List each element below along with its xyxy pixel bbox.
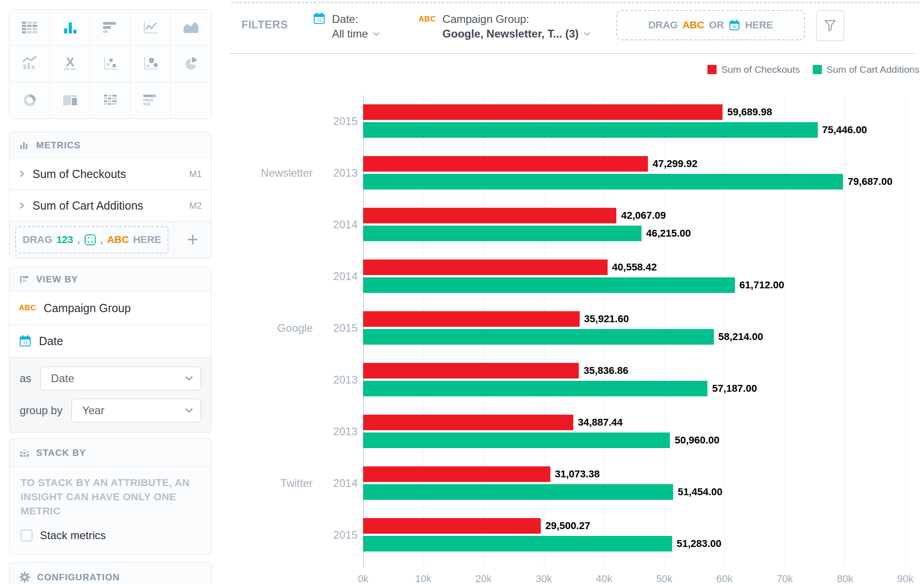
bar-cart-additions[interactable] — [363, 174, 843, 189]
metrics-icon — [19, 140, 30, 151]
bar-value-label: 75,446.00 — [822, 122, 867, 138]
column-chart-icon — [60, 18, 80, 37]
chevron-down-icon — [373, 32, 380, 36]
viz-type-bubble-chart[interactable] — [130, 46, 171, 82]
filter-funnel-button[interactable] — [816, 10, 844, 41]
metrics-title: METRICS — [36, 140, 81, 151]
date-dimension-select[interactable]: Date — [40, 367, 201, 390]
funnel-icon — [823, 18, 837, 33]
campaign-group-filter[interactable]: ABC Campaign Group: Google, Newsletter, … — [419, 12, 591, 41]
bar-chart-icon — [100, 18, 120, 37]
chevron-down-icon — [185, 376, 193, 381]
viz-type-area-chart[interactable] — [171, 10, 211, 46]
bar-value-label: 34,887.44 — [578, 415, 623, 430]
bullet-chart-icon — [141, 91, 161, 109]
date-granularity-controls: as Date group by Year — [10, 357, 211, 433]
bar-value-label: 42,067.09 — [621, 208, 666, 223]
viz-type-donut-chart[interactable] — [10, 82, 50, 119]
bar-checkouts[interactable] — [363, 260, 608, 275]
x-axis-ticks: 0k10k20k30k40k50k60k70k80k90k — [363, 573, 905, 584]
chart-row: Twitter201431,073.3851,454.00 — [363, 466, 905, 500]
svg-text:X: X — [65, 55, 74, 69]
chevron-right-icon[interactable] — [19, 170, 25, 178]
or-label: OR — [709, 19, 724, 31]
svg-text:31: 31 — [317, 18, 321, 22]
bar-checkouts[interactable] — [363, 104, 723, 120]
year-label: 2014 — [333, 260, 358, 293]
viz-type-scatter-plot[interactable] — [90, 46, 130, 82]
chart-row: Google201535,921.6058,214.00 — [363, 311, 905, 345]
legend-swatch-checkouts — [707, 65, 717, 74]
campaign-group-label: Twitter — [280, 466, 313, 500]
viz-type-heatmap[interactable] — [90, 82, 130, 119]
date-dimension-value: Date — [51, 372, 74, 385]
here-label: HERE — [745, 19, 773, 31]
bar-cart-additions[interactable] — [363, 122, 818, 138]
analytical-designer-app: X — [0, 0, 924, 584]
drag-label: DRAG — [22, 234, 52, 246]
bar-value-label: 40,558.42 — [612, 260, 657, 275]
view-by-item-campaign-group[interactable]: ABC Campaign Group — [10, 291, 211, 324]
donut-chart-icon — [20, 91, 40, 109]
bar-cart-additions[interactable] — [363, 536, 672, 552]
visualization-picker: X — [9, 9, 212, 119]
bar-cart-additions[interactable] — [363, 381, 707, 396]
bar-value-label: 58,214.00 — [718, 329, 763, 345]
scatter-plot-icon — [100, 54, 120, 73]
x-tick-label: 30k — [536, 573, 552, 584]
metric-drop-zone[interactable]: DRAG 123 , + − × = , ABC HERE — [15, 226, 168, 254]
filter-bar: FILTERS 31 Date: All time ABC — [215, 0, 924, 54]
chart-row: 201440,558.4261,712.00 — [363, 260, 905, 293]
svg-text:31: 31 — [733, 25, 737, 29]
filter-drop-zone[interactable]: DRAG ABC OR 31 HERE — [616, 10, 805, 40]
date-filter[interactable]: 31 Date: All time — [313, 12, 380, 41]
metric-item-cart-additions[interactable]: Sum of Cart Additions M2 — [10, 189, 211, 221]
granularity-select[interactable]: Year — [71, 399, 201, 422]
chart-row: 201529,500.2751,283.00 — [363, 518, 905, 552]
legend-item-cart-additions[interactable]: Sum of Cart Additions — [813, 64, 919, 75]
x-tick-label: 50k — [656, 573, 672, 584]
year-label: 2013 — [333, 156, 358, 189]
bar-value-label: 31,073.38 — [555, 466, 600, 482]
bar-checkouts[interactable] — [363, 415, 573, 430]
bar-value-label: 29,500.27 — [545, 518, 590, 534]
bar-cart-additions[interactable] — [363, 226, 641, 241]
legend-item-checkouts[interactable]: Sum of Checkouts — [707, 64, 800, 75]
viz-type-treemap[interactable] — [50, 82, 90, 119]
viz-type-bullet-chart[interactable] — [130, 82, 171, 119]
bar-cart-additions[interactable] — [363, 484, 673, 500]
bar-checkouts[interactable] — [363, 311, 580, 327]
headline-icon: X — [60, 54, 80, 73]
viz-type-column-chart[interactable] — [50, 10, 90, 46]
bar-checkouts[interactable] — [363, 518, 541, 534]
x-tick-label: 70k — [777, 573, 793, 584]
configuration-header[interactable]: CONFIGURATION — [10, 562, 211, 584]
metric-item-label: Sum of Cart Additions — [33, 199, 143, 212]
viz-type-line-chart[interactable] — [130, 10, 171, 46]
stack-by-body: TO STACK BY AN ATTRIBUTE, AN INSIGHT CAN… — [10, 466, 211, 554]
viz-type-headline[interactable]: X — [50, 46, 90, 82]
chevron-right-icon[interactable] — [19, 202, 25, 209]
add-metric-button[interactable]: + — [174, 222, 211, 258]
stack-metrics-checkbox[interactable] — [21, 530, 33, 541]
metric-item-checkouts[interactable]: Sum of Checkouts M1 — [10, 158, 211, 189]
campaign-group-filter-value: Google, Newsletter, T... (3) — [442, 27, 578, 41]
campaign-group-label: Google — [277, 311, 313, 345]
viz-type-table[interactable] — [10, 10, 50, 46]
viz-type-pie-chart[interactable] — [171, 46, 211, 82]
bar-checkouts[interactable] — [363, 363, 579, 379]
bar-cart-additions[interactable] — [363, 329, 714, 345]
bar-cart-additions[interactable] — [363, 433, 670, 448]
metrics-panel: METRICS Sum of Checkouts M1 Sum of Cart … — [9, 132, 212, 259]
view-by-item-date[interactable]: 31 Date — [10, 324, 211, 357]
bar-cart-additions[interactable] — [363, 277, 735, 293]
stack-metrics-label: Stack metrics — [40, 529, 106, 542]
abc-icon: ABC — [419, 15, 436, 41]
bar-checkouts[interactable] — [363, 466, 550, 482]
x-tick-label: 40k — [596, 573, 612, 584]
view-by-title: VIEW BY — [36, 274, 78, 285]
bar-checkouts[interactable] — [363, 156, 648, 172]
bar-checkouts[interactable] — [363, 208, 616, 223]
viz-type-combo-chart[interactable] — [10, 46, 50, 82]
viz-type-bar-chart[interactable] — [90, 10, 130, 46]
